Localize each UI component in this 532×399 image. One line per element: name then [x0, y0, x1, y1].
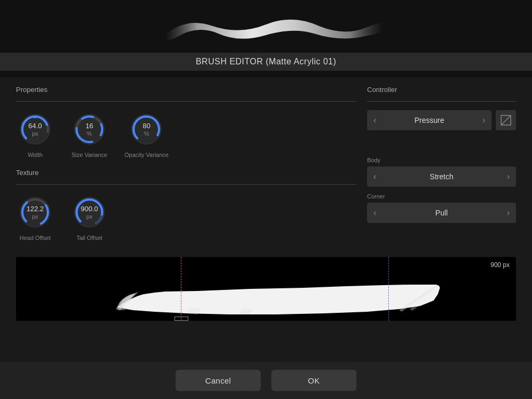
body-value: Stretch [383, 172, 500, 181]
svg-line-17 [501, 115, 511, 125]
head-offset-label: Head Offset [20, 235, 51, 241]
cancel-button[interactable]: Cancel [176, 370, 261, 391]
corner-label: Corner [367, 193, 516, 200]
brush-preview-icon [144, 6, 388, 48]
opacity-variance-knob[interactable]: 80 % [127, 110, 165, 148]
left-panel: Properties [16, 86, 356, 252]
svg-point-13 [74, 197, 104, 227]
head-offset-knob-container: 122.2 px Head Offset [16, 193, 54, 241]
texture-knobs-row: 122.2 px Head Offset [16, 193, 356, 241]
opacity-variance-label: Opacity Variance [124, 152, 169, 158]
texture-title: Texture [16, 169, 356, 177]
texture-divider [16, 184, 356, 185]
page-title: BRUSH EDITOR (Matte Acrylic 01) [196, 57, 336, 66]
svg-point-10 [20, 197, 50, 227]
width-knob-container: 64.0 px Width [16, 110, 54, 158]
corner-selector[interactable]: ‹ Pull › [367, 203, 516, 223]
tail-offset-label: Tail Offset [77, 235, 103, 241]
right-panel: Controller ‹ Pressure › Body ‹ Stretch [367, 86, 516, 252]
width-label: Width [28, 152, 43, 158]
controller-title: Controller [367, 86, 516, 94]
body-prev-button[interactable]: ‹ [367, 167, 383, 187]
pressure-prev-button[interactable]: ‹ [367, 110, 383, 130]
pressure-label: Pressure [383, 116, 476, 124]
head-offset-indicator [174, 317, 188, 321]
opacity-variance-knob-container: 80 % Opacity Variance [124, 110, 169, 158]
width-knob[interactable]: 64.0 px [16, 110, 54, 148]
header: BRUSH EDITOR (Matte Acrylic 01) [0, 0, 532, 77]
ok-button[interactable]: OK [271, 370, 356, 391]
head-offset-knob[interactable]: 122.2 px [16, 193, 54, 231]
properties-knobs-row: 64.0 px Width [16, 110, 356, 158]
pressure-selector[interactable]: ‹ Pressure › [367, 110, 492, 130]
svg-point-0 [20, 114, 50, 144]
controller-divider [367, 101, 516, 102]
svg-point-4 [74, 114, 104, 144]
properties-section: Properties [16, 86, 356, 158]
pressure-row: ‹ Pressure › [367, 110, 516, 130]
texture-section: Texture 122.2 px [16, 169, 356, 241]
size-variance-label: Size Variance [71, 152, 107, 158]
corner-prev-button[interactable]: ‹ [367, 203, 383, 223]
pressure-graph-button[interactable] [496, 110, 516, 130]
corner-value: Pull [383, 209, 500, 217]
bottom-bar: Cancel OK [0, 362, 532, 399]
head-offset-marker [181, 257, 181, 321]
svg-point-3 [34, 116, 37, 119]
graph-icon [501, 115, 511, 126]
size-variance-knob[interactable]: 16 % [70, 110, 109, 148]
size-variance-knob-container: 16 % Size Variance [70, 110, 109, 158]
properties-divider [16, 101, 356, 102]
title-bar: BRUSH EDITOR (Matte Acrylic 01) [0, 53, 532, 71]
properties-title: Properties [16, 86, 356, 94]
body-next-button[interactable]: › [501, 167, 516, 187]
tail-offset-knob[interactable]: 900.0 px [70, 193, 109, 231]
svg-point-7 [131, 114, 161, 144]
tail-offset-marker [388, 257, 389, 321]
preview-area: 900 px [16, 257, 516, 321]
pressure-next-button[interactable]: › [476, 110, 492, 130]
body-section: Body ‹ Stretch › Corner ‹ Pull › [367, 157, 516, 223]
tail-offset-knob-container: 900.0 px Tail Offset [70, 193, 109, 241]
preview-px-label: 900 px [491, 261, 510, 269]
body-selector[interactable]: ‹ Stretch › [367, 167, 516, 187]
body-label: Body [367, 157, 516, 163]
corner-next-button[interactable]: › [501, 203, 516, 223]
